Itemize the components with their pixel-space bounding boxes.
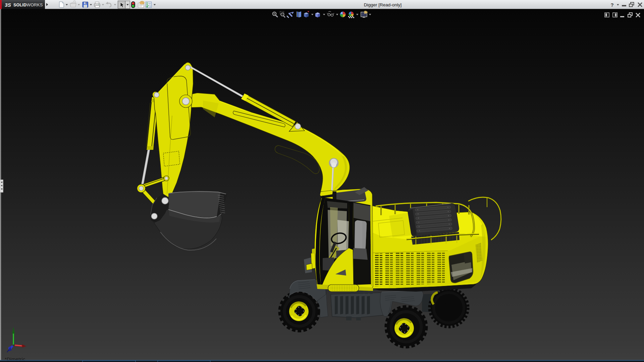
svg-text:?: ? bbox=[610, 2, 613, 8]
svg-text:Digger [Read-only]: Digger [Read-only] bbox=[364, 2, 402, 7]
svg-text:SOLIDWORKS: SOLIDWORKS bbox=[13, 3, 43, 7]
svg-text:3S: 3S bbox=[5, 2, 11, 8]
